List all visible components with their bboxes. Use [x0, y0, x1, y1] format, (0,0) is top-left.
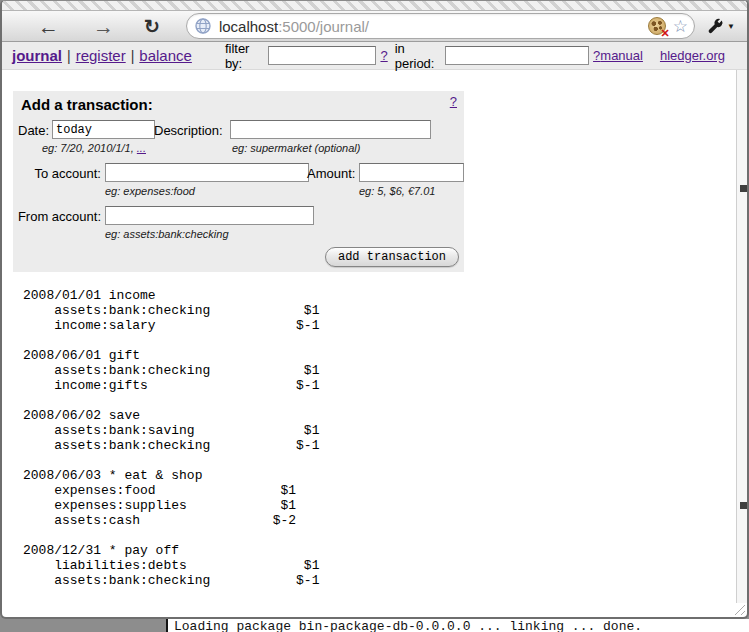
resize-grip-icon[interactable] — [732, 602, 745, 615]
date-label: Date: — [18, 123, 49, 138]
url-text[interactable]: localhost:5000/journal/ — [219, 18, 648, 35]
add-transaction-form: Add a transaction: ? Date: Description: … — [13, 91, 464, 272]
form-title: Add a transaction: — [21, 96, 153, 113]
amount-input[interactable] — [359, 163, 464, 182]
form-help-link[interactable]: ? — [450, 94, 457, 109]
in-period-label: in period: — [395, 41, 440, 71]
description-label: Description: — [154, 123, 223, 138]
address-bar[interactable]: localhost:5000/journal/ ✕ ☆ — [186, 13, 695, 39]
desktop-gray-area — [0, 619, 166, 632]
from-account-hint: eg: assets:bank:checking — [105, 228, 229, 240]
filter-input[interactable] — [268, 46, 376, 65]
date-input[interactable] — [52, 120, 155, 139]
filter-by-label: filter by: — [225, 41, 264, 71]
wrench-icon — [707, 18, 724, 35]
nav-separator: | — [131, 48, 135, 64]
period-help-link[interactable]: ? — [593, 48, 600, 63]
globe-icon — [195, 18, 211, 34]
period-input[interactable] — [445, 46, 589, 65]
reload-button[interactable]: ↻ — [144, 16, 160, 37]
background-strip: Loading package bin-package-db-0.0.0.0 .… — [0, 619, 749, 632]
cookie-blocked-icon[interactable]: ✕ — [648, 17, 666, 35]
scrollbar-mark — [740, 502, 747, 509]
amount-label: Amount: — [307, 166, 355, 181]
amount-hint: eg: 5, $6, €7.01 — [359, 185, 435, 197]
app-navbar: journal | register | balance filter by: … — [2, 42, 747, 70]
description-hint: eg: supermarket (optional) — [232, 142, 360, 154]
scrollbar[interactable] — [736, 70, 747, 603]
nav-separator: | — [67, 48, 71, 64]
window-titlebar[interactable] — [2, 1, 747, 11]
url-host: localhost — [219, 18, 278, 35]
to-account-input[interactable] — [105, 163, 309, 182]
to-account-hint: eg: expenses:food — [105, 185, 195, 197]
url-path: :5000/journal/ — [278, 18, 369, 35]
nav-register-link[interactable]: register — [76, 47, 126, 64]
add-transaction-button[interactable]: add transaction — [325, 247, 459, 267]
from-account-label: From account: — [13, 209, 101, 224]
browser-toolbar: ← → ↻ localhost:5000/journal/ ✕ ☆ ▼ — [2, 11, 747, 42]
terminal-window: Loading package bin-package-db-0.0.0.0 .… — [166, 619, 749, 632]
browser-window: ← → ↻ localhost:5000/journal/ ✕ ☆ ▼ jour… — [0, 0, 749, 619]
back-button[interactable]: ← — [38, 16, 59, 37]
date-hint: eg: 7/20, 2010/1/1, ... — [42, 142, 146, 154]
to-account-label: To account: — [13, 166, 101, 181]
nav-journal-link[interactable]: journal — [12, 47, 62, 64]
manual-link[interactable]: manual — [600, 48, 643, 63]
bookmark-star-icon[interactable]: ☆ — [673, 18, 688, 35]
nav-balance-link[interactable]: balance — [139, 47, 192, 64]
wrench-menu-button[interactable]: ▼ — [707, 18, 735, 35]
chevron-down-icon: ▼ — [727, 22, 735, 31]
scrollbar-mark — [740, 185, 747, 192]
forward-button[interactable]: → — [93, 16, 114, 37]
journal-entries: 2008/01/01 income assets:bank:checking $… — [2, 288, 747, 588]
filter-help-link[interactable]: ? — [380, 48, 387, 63]
hledger-org-link[interactable]: hledger.org — [660, 48, 725, 63]
date-hint-more-link[interactable]: ... — [137, 142, 146, 154]
from-account-input[interactable] — [105, 206, 314, 225]
terminal-output: Loading package bin-package-db-0.0.0.0 .… — [174, 619, 642, 632]
description-input[interactable] — [230, 120, 431, 139]
